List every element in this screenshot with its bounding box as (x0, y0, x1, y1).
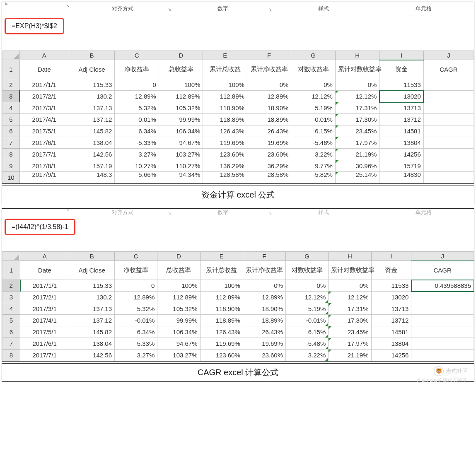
col-header[interactable]: A (19, 51, 69, 60)
cell[interactable]: 2017/4/1 (19, 114, 69, 125)
cell[interactable]: 118.90% (200, 303, 243, 315)
cell[interactable]: 100% (200, 280, 243, 292)
cell[interactable]: 23.45% (335, 125, 379, 137)
cell[interactable]: 105.32% (157, 303, 200, 315)
row-header[interactable]: 3 (2, 292, 20, 303)
cell[interactable]: 0 (115, 79, 159, 91)
cell[interactable] (423, 149, 474, 160)
cell[interactable]: 15719 (379, 160, 423, 172)
header-cell[interactable]: CAGR (411, 261, 474, 280)
cell[interactable]: 12.12% (286, 292, 329, 303)
cell[interactable]: 6.15% (291, 125, 335, 137)
cell[interactable]: 0% (291, 79, 335, 91)
cell[interactable]: 17.31% (335, 102, 379, 114)
cell[interactable] (411, 303, 474, 315)
col-header[interactable]: G (291, 51, 335, 60)
cell[interactable]: 12.12% (335, 91, 379, 102)
cell[interactable]: 103.27% (159, 149, 203, 160)
cell[interactable]: 5.32% (115, 303, 157, 315)
cell[interactable]: 2017/2/1 (19, 91, 69, 102)
row-header[interactable]: 7 (2, 137, 20, 149)
cell[interactable]: 100% (159, 79, 203, 91)
cell[interactable]: 6.15% (286, 326, 329, 338)
cell[interactable]: 17.97% (329, 338, 371, 350)
select-all-corner[interactable] (2, 252, 20, 261)
col-header-selected[interactable]: I (379, 51, 423, 60)
row-header[interactable]: 6 (2, 125, 20, 137)
row-header[interactable]: 5 (2, 315, 20, 326)
cell[interactable]: 12.89% (115, 91, 159, 102)
cell[interactable]: 23.60% (243, 350, 285, 361)
cell[interactable]: 112.89% (159, 91, 203, 102)
cell[interactable]: 0 (115, 280, 157, 292)
dialog-launcher-icon[interactable]: ↘ (66, 3, 69, 8)
header-cell[interactable]: Adj Close (69, 60, 115, 79)
cell[interactable]: 28.58% (247, 172, 291, 183)
cell[interactable]: 14581 (371, 326, 411, 338)
cell[interactable]: 13712 (371, 315, 411, 326)
col-header[interactable]: H (335, 51, 379, 60)
col-header[interactable]: D (157, 252, 200, 261)
cell[interactable]: 110.27% (159, 160, 203, 172)
cell[interactable]: 145.82 (69, 326, 115, 338)
row-header[interactable]: 8 (2, 149, 20, 160)
col-header[interactable]: H (329, 252, 371, 261)
cell[interactable]: 6.34% (115, 326, 157, 338)
cell[interactable]: 119.69% (203, 137, 247, 149)
cell[interactable]: 12.12% (291, 91, 335, 102)
cell[interactable] (423, 160, 474, 172)
header-cell[interactable]: 累计净收益率 (247, 60, 291, 79)
cell[interactable]: 13713 (379, 102, 423, 114)
cell[interactable]: 0% (286, 280, 329, 292)
cell[interactable]: 26.43% (243, 326, 285, 338)
cell[interactable]: 13712 (379, 114, 423, 125)
cell[interactable]: 106.34% (159, 125, 203, 137)
cell[interactable]: 23.60% (247, 149, 291, 160)
cell[interactable]: 25.14% (335, 172, 379, 183)
cell[interactable]: 3.27% (115, 350, 157, 361)
spreadsheet-1[interactable]: A B C D E F G H I J 1 Date Adj Close 净收益… (2, 51, 474, 183)
cell[interactable]: 6.34% (115, 125, 159, 137)
cell[interactable]: 3.22% (286, 350, 329, 361)
col-header-selected[interactable]: J (411, 252, 474, 261)
cell[interactable] (423, 172, 474, 183)
row-header[interactable]: 1 (2, 261, 20, 280)
cell[interactable]: 94.34% (159, 172, 203, 183)
cell[interactable]: 12.89% (243, 292, 285, 303)
header-cell[interactable]: 资金 (371, 261, 411, 280)
cell[interactable]: 142.56 (69, 149, 115, 160)
header-cell[interactable]: 累计对数收益率 (329, 261, 371, 280)
header-cell[interactable]: 净收益率 (115, 60, 159, 79)
row-header[interactable]: 4 (2, 303, 20, 315)
cell[interactable]: 19.69% (247, 137, 291, 149)
cell[interactable]: 13020 (379, 91, 423, 102)
cell[interactable]: -0.01% (115, 315, 157, 326)
col-header[interactable]: F (247, 51, 291, 60)
cell[interactable]: -0.01% (291, 114, 335, 125)
cell[interactable] (411, 326, 474, 338)
cell[interactable]: -5.48% (286, 338, 329, 350)
cell[interactable]: 9.77% (291, 160, 335, 172)
cell[interactable]: 18.90% (247, 102, 291, 114)
dialog-launcher-icon[interactable]: ↘ (168, 7, 171, 12)
col-header[interactable]: I (371, 252, 411, 261)
cell[interactable]: 94.67% (159, 137, 203, 149)
cell[interactable]: 12.12% (329, 292, 371, 303)
cell[interactable] (423, 102, 474, 114)
dialog-launcher-icon[interactable]: ↘ (268, 7, 272, 12)
cell[interactable]: 126.43% (203, 125, 247, 137)
row-header[interactable]: 6 (2, 326, 20, 338)
header-cell[interactable]: Adj Close (69, 261, 115, 280)
header-cell[interactable]: 累计总收益 (200, 261, 243, 280)
col-header[interactable]: F (243, 252, 285, 261)
cell[interactable] (411, 315, 474, 326)
cell[interactable]: 19.69% (243, 338, 285, 350)
cell[interactable]: 138.04 (69, 137, 115, 149)
cell[interactable]: 23.45% (329, 326, 371, 338)
cell[interactable]: -0.01% (286, 315, 329, 326)
col-header[interactable]: E (203, 51, 247, 60)
cell[interactable]: 2017/9/1 (19, 172, 69, 183)
cell[interactable] (423, 91, 474, 102)
header-cell[interactable]: 总收益率 (159, 60, 203, 79)
cell[interactable]: 17.31% (329, 303, 371, 315)
